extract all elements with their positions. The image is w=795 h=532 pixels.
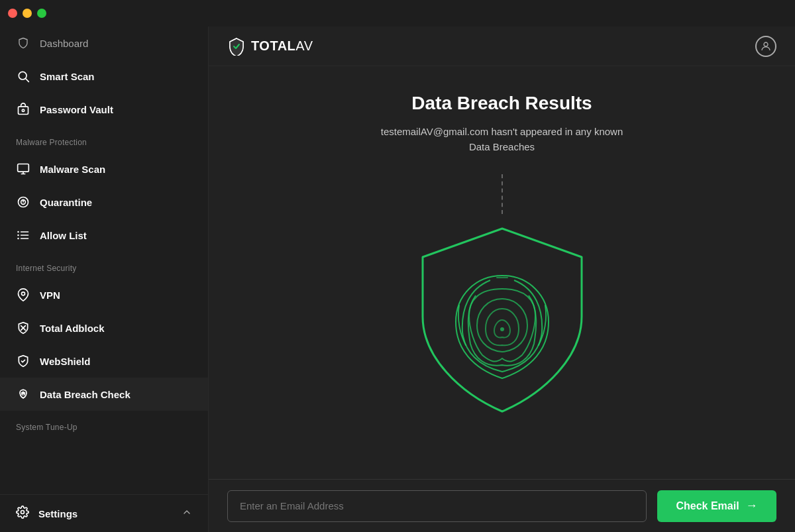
fingerprint-sidebar-icon (16, 387, 30, 401)
maximize-button[interactable] (37, 9, 46, 18)
app-container: Dashboard Smart Scan Password Vault (0, 27, 795, 532)
monitor-icon (16, 162, 30, 176)
sidebar-item-webshield-label: WebShield (40, 356, 90, 367)
sidebar-item-password-vault[interactable]: Password Vault (0, 93, 208, 126)
shield-fingerprint-container (409, 221, 595, 419)
svg-point-19 (500, 327, 504, 331)
svg-point-3 (22, 109, 24, 111)
check-email-button[interactable]: Check Email → (657, 490, 776, 522)
shield-icon (16, 36, 30, 50)
minimize-button[interactable] (23, 9, 32, 18)
traffic-lights (8, 9, 46, 18)
search-icon (16, 69, 30, 83)
page-title: Data Breach Results (411, 93, 592, 114)
result-text-line1: testemailAV@gmail.com hasn't appeared in… (381, 126, 623, 137)
sidebar-item-adblock-label: Total Adblock (40, 323, 105, 334)
sidebar-item-allow-list-label: Allow List (40, 230, 87, 241)
dashed-connector (502, 174, 503, 214)
sidebar-item-adblock[interactable]: Total Adblock (0, 311, 208, 345)
main-header: TOTALAV (209, 27, 795, 66)
svg-rect-4 (18, 164, 29, 172)
sidebar-item-settings[interactable]: Settings (0, 494, 208, 532)
settings-label: Settings (38, 508, 78, 519)
sidebar-item-password-vault-label: Password Vault (40, 104, 113, 115)
main-content: TOTALAV Data Breach Results testemailAV@… (209, 27, 795, 532)
sidebar-item-vpn[interactable]: VPN (0, 278, 208, 311)
content-area: Data Breach Results testemailAV@gmail.co… (209, 66, 795, 479)
list-icon (16, 228, 30, 242)
logo-total: TOTAL (251, 38, 295, 53)
section-tuneup-label: System Tune-Up (0, 411, 208, 437)
sidebar: Dashboard Smart Scan Password Vault (0, 27, 209, 532)
sidebar-item-quarantine-label: Quarantine (40, 197, 92, 208)
svg-point-17 (21, 511, 25, 514)
gear-icon (16, 505, 29, 521)
sidebar-item-dashboard[interactable]: Dashboard (0, 27, 208, 60)
quarantine-icon (16, 195, 30, 209)
close-button[interactable] (8, 9, 17, 18)
sidebar-item-webshield[interactable]: WebShield (0, 345, 208, 378)
shield-fingerprint-svg (409, 221, 595, 419)
user-icon[interactable] (755, 36, 776, 57)
sidebar-item-smart-scan[interactable]: Smart Scan (0, 60, 208, 93)
logo: TOTALAV (227, 37, 313, 56)
sidebar-item-dashboard-label: Dashboard (40, 38, 88, 49)
sidebar-item-malware-scan-label: Malware Scan (40, 164, 105, 175)
shield-check-icon (16, 354, 30, 368)
result-subtitle: testemailAV@gmail.com hasn't appeared in… (381, 125, 623, 154)
location-icon (16, 288, 30, 302)
logo-shield-icon (227, 37, 246, 56)
sidebar-item-data-breach-label: Data Breach Check (40, 389, 131, 400)
bottom-bar: Check Email → (209, 479, 795, 532)
logo-av: AV (295, 38, 313, 53)
svg-line-1 (26, 79, 29, 82)
section-internet-label: Internet Security (0, 252, 208, 278)
logo-text: TOTALAV (251, 38, 313, 54)
arrow-icon: → (746, 499, 758, 513)
title-bar (0, 0, 795, 27)
svg-rect-2 (19, 107, 28, 115)
email-input[interactable] (227, 490, 647, 522)
sidebar-item-quarantine[interactable]: Quarantine (0, 186, 208, 219)
sidebar-item-data-breach[interactable]: Data Breach Check (0, 378, 208, 411)
sidebar-item-malware-scan[interactable]: Malware Scan (0, 152, 208, 186)
check-email-label: Check Email (676, 500, 739, 512)
sidebar-item-vpn-label: VPN (40, 290, 60, 301)
svg-point-13 (22, 292, 25, 295)
sidebar-item-smart-scan-label: Smart Scan (40, 71, 95, 82)
vault-icon (16, 102, 30, 117)
chevron-up-icon (182, 507, 192, 520)
section-malware-label: Malware Protection (0, 126, 208, 152)
result-text-line2: Data Breaches (469, 141, 535, 152)
adblock-icon (16, 321, 30, 335)
sidebar-item-allow-list[interactable]: Allow List (0, 219, 208, 252)
svg-point-18 (764, 42, 768, 46)
